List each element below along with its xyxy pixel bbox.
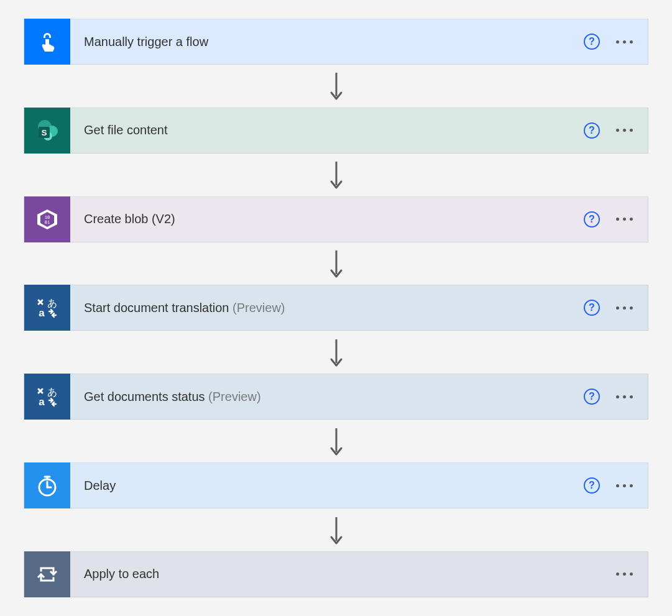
flow-step[interactable]: Create blob (V2)? — [24, 196, 648, 242]
step-actions — [616, 572, 648, 576]
more-menu-button[interactable] — [616, 572, 633, 576]
more-menu-button[interactable] — [616, 218, 633, 221]
touch-icon — [24, 19, 70, 65]
stopwatch-icon — [24, 462, 70, 508]
help-icon[interactable]: ? — [584, 388, 600, 405]
flow-step[interactable]: Delay? — [24, 462, 648, 508]
step-actions: ? — [584, 122, 648, 139]
more-menu-button[interactable] — [616, 395, 633, 398]
sharepoint-icon — [24, 108, 70, 154]
help-icon[interactable]: ? — [584, 211, 600, 228]
blob-icon — [24, 196, 70, 242]
flow-arrow-icon — [329, 331, 344, 374]
step-title: Manually trigger a flow — [70, 35, 584, 49]
step-actions: ? — [584, 388, 648, 405]
step-title: Get file content — [70, 123, 584, 137]
step-title: Apply to each — [70, 567, 616, 581]
step-title: Create blob (V2) — [70, 212, 584, 226]
more-menu-button[interactable] — [616, 129, 633, 132]
loop-icon — [24, 551, 70, 597]
step-actions: ? — [584, 211, 648, 228]
step-actions: ? — [584, 34, 648, 50]
translate-icon — [24, 374, 70, 420]
help-icon[interactable]: ? — [584, 122, 600, 139]
step-actions: ? — [584, 300, 648, 316]
more-menu-button[interactable] — [616, 306, 633, 310]
flow-arrow-icon — [329, 65, 344, 108]
translate-icon — [24, 285, 70, 331]
flow-step[interactable]: Apply to each — [24, 551, 648, 597]
more-menu-button[interactable] — [616, 40, 633, 44]
step-title: Delay — [70, 479, 584, 493]
flow-canvas: Manually trigger a flow?Get file content… — [0, 0, 672, 616]
flow-arrow-icon — [329, 508, 344, 551]
flow-step[interactable]: Manually trigger a flow? — [24, 19, 648, 65]
flow-step[interactable]: Get documents status (Preview)? — [24, 374, 648, 420]
step-actions: ? — [584, 477, 648, 494]
flow-arrow-icon — [329, 242, 344, 285]
help-icon[interactable]: ? — [584, 300, 600, 316]
help-icon[interactable]: ? — [584, 477, 600, 494]
flow-arrow-icon — [329, 154, 344, 196]
flow-step[interactable]: Start document translation (Preview)? — [24, 285, 648, 331]
step-title: Get documents status (Preview) — [70, 390, 584, 404]
flow-arrow-icon — [329, 420, 344, 462]
flow-step[interactable]: Get file content? — [24, 108, 648, 154]
help-icon[interactable]: ? — [584, 34, 600, 50]
more-menu-button[interactable] — [616, 484, 633, 487]
step-title: Start document translation (Preview) — [70, 301, 584, 315]
